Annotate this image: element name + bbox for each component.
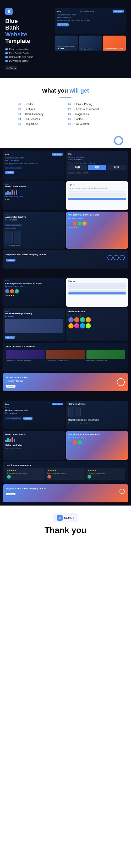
review-face-1 (7, 475, 11, 478)
price-3: $899 /mo (107, 165, 126, 170)
freelancers-grid-2: Direct Debits in GBP Going in minutes Ac… (3, 431, 128, 460)
fl-card-2: Going in minutes Registration is fast an… (66, 401, 128, 429)
preview-grid-1: Blue Open account UK business account fo… (3, 151, 128, 180)
preview-news-card: Small business tips and news Business ti… (3, 343, 128, 371)
hero-left: B Blue Bank Website Template ✓ Fully cus… (5, 8, 52, 70)
preview-section-1: Blue Open account UK business account fo… (0, 148, 131, 273)
cta-icon: → (117, 378, 125, 386)
thank-you-title: Thank you (5, 525, 126, 535)
mockup-btn[interactable]: Get started (57, 23, 69, 26)
team-face-8 (86, 323, 91, 329)
what-item-10: 10 Call to action (68, 123, 113, 126)
ushut-icon: U (57, 515, 62, 521)
what-section: What you will get 01 Header 06 Plans & P… (0, 78, 131, 135)
preview-card-3: Blue Direct Debits in GBP Payments in an… (3, 181, 65, 210)
news-thumb-2 (46, 350, 85, 359)
preview-card-5: Blue Account for Creative Freelancers Ac… (3, 212, 65, 249)
review-face-3 (87, 475, 91, 478)
preview-bottom-cta: Register a new limited company for free … (3, 373, 128, 391)
preview-card-6: One platform, infinite potential Hear fr… (66, 212, 128, 249)
fl-card-1: Blue Open account Blue Business account … (3, 401, 65, 429)
what-item-8: 08 Infographics (68, 113, 113, 116)
hero-features-list: ✓ Fully customizable ✓ Free Google Fonts… (5, 48, 52, 62)
face-3 (15, 289, 19, 293)
hero-right: Blue About Services Pricing Open account… (55, 8, 126, 70)
what-item-7: 07 Clients & Testimonial (68, 108, 113, 111)
fl-final-cta: Register a new limited company for free … (3, 484, 128, 502)
thank-you-section: U USHUT Thank you (0, 505, 131, 546)
ushut-badge: U USHUT (53, 514, 78, 522)
what-item-4: 04 Our Services (18, 118, 63, 121)
check-icon-1: ✓ (5, 48, 8, 51)
review-face-2 (47, 475, 51, 478)
team-face-6 (74, 323, 79, 329)
what-item-5: 05 Blog/Article (18, 123, 63, 126)
figma-label: Figma (10, 67, 16, 69)
logo-icon: B (5, 8, 12, 15)
mockup-label: UK business account for (57, 14, 124, 16)
preview-grid-4: Blue Launch your new business with Blue … (3, 278, 128, 307)
testimonial-face-3 (78, 221, 82, 226)
mobile-mockup-1 (5, 231, 12, 244)
what-grid: 01 Header 06 Plans & Pricing 02 Features… (18, 103, 113, 126)
check-icon-2: ✓ (5, 52, 8, 54)
mockup-account: Account for non-residents £6,247+ (55, 36, 78, 51)
news-thumb-3 (86, 350, 125, 359)
feature-item-3: ✓ Compatible with Figma (5, 56, 52, 58)
freelancers-section: Blue Open account Blue Business account … (0, 398, 131, 505)
what-title: What you will get (6, 87, 125, 94)
info-circle-2: 2 (113, 255, 119, 260)
face-2 (10, 289, 14, 293)
preview-grid-3: Blue Account for Creative Freelancers Ac… (3, 212, 128, 249)
fl-mobile-1 (69, 407, 74, 417)
feature-item-1: ✓ Fully customizable (5, 48, 52, 51)
person-photo-1 (5, 319, 62, 333)
check-icon-3: ✓ (5, 56, 8, 58)
testimonial-face-4 (82, 221, 87, 226)
hero-mockup-main: Blue About Services Pricing Open account… (55, 8, 126, 34)
preview-grid-5: Blue We add it through creating Business… (3, 308, 128, 341)
what-item-1: 01 Header (18, 103, 63, 106)
mobile-mockup-2 (14, 231, 21, 244)
team-face-2 (74, 317, 79, 322)
fl-face-1 (69, 440, 73, 444)
info-circle-3: 3 (120, 255, 125, 260)
freelancers-grid-1: Blue Open account Blue Business account … (3, 401, 128, 429)
figma-badge: ◈ Figma (5, 66, 17, 70)
info-circle-1: 1 (107, 255, 113, 260)
card2-nav: Blue (69, 153, 126, 155)
card1-nav: Blue Open account (5, 153, 62, 156)
what-divider (60, 97, 71, 97)
team-face-4 (86, 317, 91, 322)
mockup-going: Going in minutes (79, 36, 102, 51)
price-1: $249 /mo (69, 165, 87, 170)
preview-card-4: Sign up Launch your new business with Bl… (66, 181, 128, 210)
preview-grid-2: Blue Direct Debits in GBP Payments in an… (3, 181, 128, 210)
hero-section: B Blue Bank Website Template ✓ Fully cus… (0, 0, 131, 78)
team-face-5 (69, 323, 74, 329)
preview-card-8: Sign up (66, 278, 128, 307)
fl-testimonials: Hear from our customers ★ ★ ★ ★ ★ Great … (3, 461, 128, 483)
preview-card-7: Blue Launch your new business with Blue … (3, 278, 65, 307)
pricing-row: $249 /mo $499 /mo $899 /mo (69, 165, 126, 170)
fl-chart (5, 437, 62, 442)
mockup-subtitle: Everything you need to start and run you… (57, 20, 124, 22)
testimonial-face-2 (73, 221, 77, 226)
ushut-text: USHUT (64, 516, 74, 519)
hero-mockup-imgs: Account for non-residents £6,247+ Going … (55, 36, 126, 51)
team-face-1 (69, 317, 74, 322)
check-icon-4: ✓ (5, 60, 8, 62)
hero-title: Blue Bank Website Template (5, 18, 52, 44)
price-2: $499 /mo (88, 165, 106, 170)
feature-item-4: ✓ 25 Website Blocks (5, 60, 52, 62)
mockup-nav: Blue About Services Pricing Open account (57, 10, 124, 12)
fl-mobile-2 (75, 407, 81, 417)
hero-logo: B (5, 8, 52, 15)
what-item-3: 03 About Company (18, 113, 63, 116)
team-face-3 (80, 317, 85, 322)
ring-icon (114, 136, 123, 145)
feature-item-2: ✓ Free Google Fonts (5, 52, 52, 54)
fl-card-4: One platform, infinite potential Start y… (66, 431, 128, 460)
chart-bars (5, 189, 62, 194)
mockup-title: non-residents (57, 16, 124, 19)
